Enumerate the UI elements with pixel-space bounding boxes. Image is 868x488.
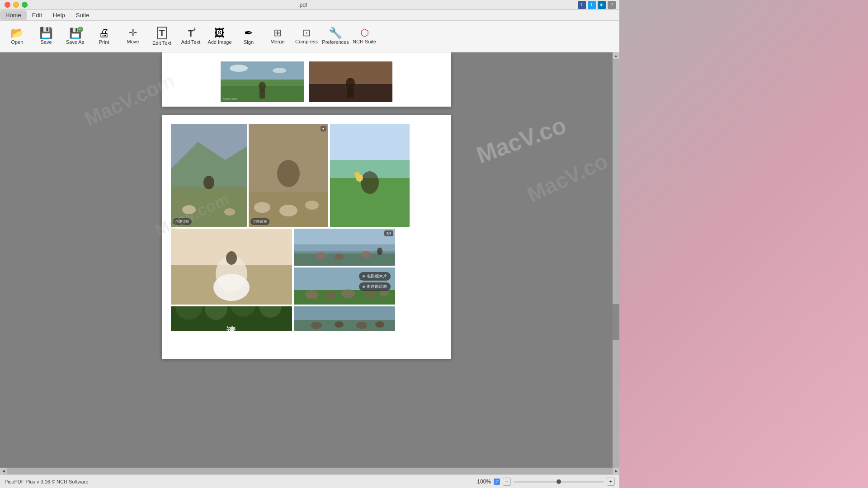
saveas-label: Save As: [66, 39, 84, 45]
svg-point-19: [224, 208, 235, 216]
edittext-button[interactable]: T Edit Text: [148, 23, 175, 51]
page2-photo-br-top-svg: [294, 229, 395, 266]
menu-bar: Home Edit Help Suite: [0, 10, 619, 21]
page2-photo-top-3: [330, 124, 410, 227]
preferences-button[interactable]: 🔧 Preferences: [322, 23, 349, 51]
zoom-plus-button[interactable]: +: [607, 478, 615, 486]
svg-point-4: [273, 68, 286, 73]
scroll-left-arrow[interactable]: ◀: [0, 468, 7, 474]
svg-point-53: [341, 289, 355, 298]
addimage-button[interactable]: 🖼 Add Image: [206, 23, 233, 51]
print-label: Print: [99, 39, 109, 45]
page1-photo-1: MacV.com: [221, 61, 304, 102]
sign-button[interactable]: ✒ Sign: [235, 23, 262, 51]
menu-home[interactable]: Home: [0, 10, 27, 20]
addimage-icon: 🖼: [214, 28, 225, 38]
svg-rect-12: [347, 88, 354, 98]
maximize-button[interactable]: [22, 2, 28, 8]
chat-bubble-2: 南昌周边游: [359, 282, 391, 291]
compress-icon: ⊡: [302, 28, 311, 38]
scroll-bottom-track[interactable]: [7, 468, 613, 474]
help-icon[interactable]: ?: [608, 1, 616, 9]
zoom-checkbox[interactable]: ✓: [494, 479, 500, 485]
scroll-track[interactable]: [613, 59, 619, 468]
svg-point-51: [305, 290, 319, 299]
svg-point-24: [254, 202, 270, 213]
scrollbar-bottom[interactable]: ◀ ▶: [0, 468, 619, 474]
page2-photo-top-2: 立即适应 ●: [249, 124, 328, 227]
save-label: Save: [40, 39, 52, 45]
nchsuite-label: NCH Suite: [353, 39, 376, 45]
merge-button[interactable]: ⊞ Merge: [264, 23, 291, 51]
svg-point-63: [311, 322, 322, 329]
open-label: Open: [11, 39, 24, 45]
move-button[interactable]: ✛ Move: [119, 23, 146, 51]
page2-photo-top-2-svg: [249, 124, 328, 227]
open-button[interactable]: 📂 Open: [4, 23, 31, 51]
zoom-controls: 100% ✓ − +: [477, 478, 615, 486]
print-button[interactable]: 🖨 Print: [90, 23, 118, 51]
page2-photo-br-bottom: 电影感大片 南昌周边游: [294, 267, 395, 305]
pdf-page-2: 立即适应 立即适应: [162, 115, 451, 359]
menu-help[interactable]: Help: [47, 10, 71, 20]
photo-badge-center: ●: [321, 126, 326, 131]
move-icon: ✛: [129, 28, 137, 38]
svg-point-47: [377, 248, 382, 255]
scrollbar-right[interactable]: ▲ ▼: [613, 52, 619, 474]
edittext-icon: T: [157, 27, 167, 39]
menu-suite[interactable]: Suite: [71, 10, 95, 20]
social-icon-1[interactable]: f: [578, 1, 586, 9]
saveas-button[interactable]: 💾 A Save As: [61, 23, 89, 51]
svg-point-38: [226, 251, 237, 265]
page2-photo-br-top: 2/9: [294, 229, 395, 266]
svg-point-26: [279, 205, 297, 216]
pdf-page-1: MacV.com: [162, 52, 451, 107]
page2-photo-strip-right: [294, 306, 395, 331]
page2-photo-top-3-svg: [330, 124, 410, 227]
addtext-icon: T +: [188, 28, 193, 38]
social-icon-2[interactable]: t: [588, 1, 596, 9]
scroll-right-arrow[interactable]: ▶: [613, 468, 619, 474]
menu-edit[interactable]: Edit: [27, 10, 47, 20]
scroll-up-arrow[interactable]: ▲: [613, 52, 619, 59]
photo-label-1: 立即适应: [173, 218, 192, 225]
chat-bubbles: 电影感大片 南昌周边游: [359, 272, 391, 291]
save-button[interactable]: 💾 Save: [33, 23, 60, 51]
window-title: .pdf: [28, 2, 578, 8]
toolbar: 📂 Open 💾 Save 💾 A Save As 🖨 Print ✛ Move…: [0, 21, 619, 52]
zoom-slider-thumb[interactable]: [557, 479, 561, 484]
svg-point-65: [356, 322, 367, 329]
page2-photo-top-1: 立即适应: [171, 124, 247, 227]
photo-badge-br-top: 2/9: [384, 230, 393, 236]
traffic-lights: [0, 2, 28, 8]
addtext-button[interactable]: T + Add Text: [177, 23, 204, 51]
svg-point-66: [375, 321, 384, 328]
scroll-thumb[interactable]: [613, 304, 619, 340]
page2-bottom-strip: 请: [171, 306, 442, 331]
sign-icon: ✒: [244, 28, 253, 38]
minimize-button[interactable]: [13, 2, 19, 8]
compress-button[interactable]: ⊡ Compress: [293, 23, 320, 51]
merge-label: Merge: [270, 39, 284, 45]
edittext-label: Edit Text: [152, 40, 171, 46]
saveas-icon: 💾 A: [69, 28, 81, 38]
nchsuite-icon: ⬡: [360, 28, 369, 38]
svg-point-45: [335, 253, 344, 260]
svg-point-31: [361, 171, 379, 194]
social-icon-3[interactable]: in: [598, 1, 606, 9]
pdf-viewport: MacV.com: [0, 52, 613, 474]
svg-point-54: [365, 291, 376, 298]
zoom-minus-button[interactable]: −: [503, 478, 511, 486]
text-overlay-chars: 请: [225, 319, 237, 319]
zoom-slider[interactable]: [514, 481, 604, 483]
svg-point-33: [354, 172, 360, 177]
status-bar: PicoPDF Plus v 3.16 © NCH Software 100% …: [0, 474, 619, 488]
close-button[interactable]: [5, 2, 10, 8]
svg-point-64: [335, 321, 344, 328]
photo-label-2: 立即适应: [250, 218, 269, 225]
nchsuite-button[interactable]: ⬡ NCH Suite: [351, 23, 378, 51]
svg-point-23: [277, 160, 300, 187]
chat-bubble-1: 电影感大片: [359, 272, 391, 281]
page1-photo-1-svg: MacV.com: [221, 61, 304, 102]
addtext-label: Add Text: [181, 39, 201, 45]
